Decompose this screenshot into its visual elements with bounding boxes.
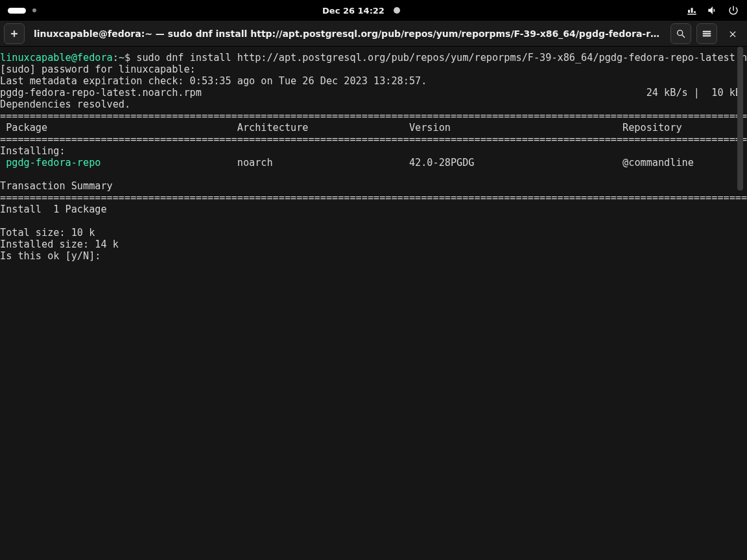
rule-top: ========================================… xyxy=(0,110,747,122)
close-button[interactable] xyxy=(722,23,743,44)
line-rpm: pgdg-fedora-repo-latest.noarch.rpm 24 kB… xyxy=(0,87,747,99)
topbar-activities[interactable] xyxy=(8,8,36,14)
activities-dot-icon xyxy=(32,8,36,12)
line-installing: Installing: xyxy=(0,145,65,157)
pkg-row-rest: noarch 42.0-28PGDG @commandline 10 k xyxy=(101,157,747,169)
installed-size: Installed size: 14 k xyxy=(0,239,119,250)
prompt-user: linuxcapable@fedora xyxy=(0,52,113,64)
terminal-titlebar: linuxcapable@fedora:~ — sudo dnf install… xyxy=(0,21,747,47)
table-header: Package Architecture Version Repository … xyxy=(0,122,747,134)
terminal-output: linuxcapable@fedora:~$ sudo dnf install … xyxy=(0,47,747,262)
prompt-sep: : xyxy=(113,52,119,64)
power-icon[interactable] xyxy=(728,5,739,16)
line-metadata: Last metadata expiration check: 0:53:35 … xyxy=(0,75,427,87)
confirm-prompt: Is this ok [y/N]: xyxy=(0,250,101,262)
topbar-clock[interactable]: Dec 26 14:22 xyxy=(322,6,400,16)
notification-dot-icon xyxy=(394,7,400,14)
txn-summary: Transaction Summary xyxy=(0,180,113,192)
menu-button[interactable] xyxy=(696,23,717,44)
prompt-tilde: ~ xyxy=(119,52,124,64)
activities-pill-icon xyxy=(8,8,26,14)
volume-icon[interactable] xyxy=(707,5,718,16)
total-size: Total size: 10 k xyxy=(0,227,95,239)
line-deps: Dependencies resolved. xyxy=(0,99,130,110)
scrollbar-thumb[interactable] xyxy=(737,47,743,191)
search-button[interactable] xyxy=(670,23,691,44)
rule-bottom: ========================================… xyxy=(0,192,747,204)
topbar-tray xyxy=(686,5,739,16)
new-tab-button[interactable] xyxy=(4,23,25,44)
clock-text: Dec 26 14:22 xyxy=(322,6,385,16)
pkg-name: pgdg-fedora-repo xyxy=(0,157,101,169)
network-icon[interactable] xyxy=(686,5,698,16)
install-count: Install 1 Package xyxy=(0,204,107,215)
terminal-body[interactable]: linuxcapable@fedora:~$ sudo dnf install … xyxy=(0,47,747,560)
gnome-topbar: Dec 26 14:22 xyxy=(0,0,747,21)
window-title: linuxcapable@fedora:~ — sudo dnf install… xyxy=(30,29,665,39)
line-sudo: [sudo] password for linuxcapable: xyxy=(0,64,196,75)
prompt-command: $ sudo dnf install http://apt.postgresql… xyxy=(124,52,747,64)
rule-mid: ========================================… xyxy=(0,134,747,145)
